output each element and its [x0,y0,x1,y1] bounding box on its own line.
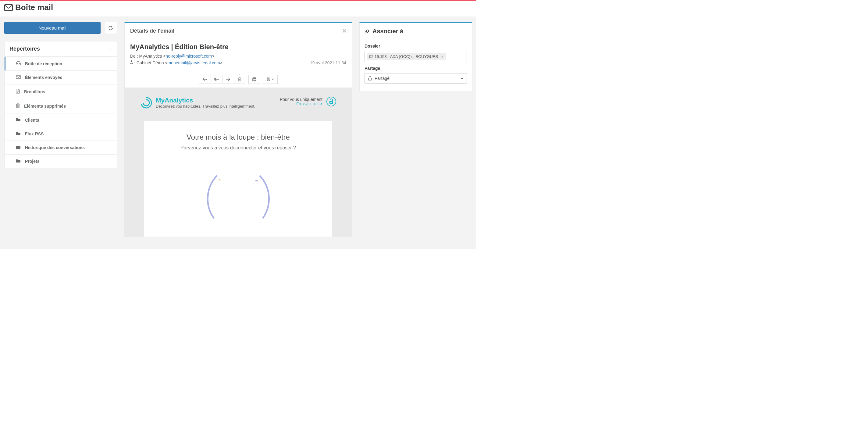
lock-badge-icon [326,96,337,107]
forward-icon [226,78,230,81]
email-from-row: De : MyAnalytics <no-reply@microsoft.com… [130,53,346,59]
sidebar-item-label: Flux RSS [25,131,43,136]
email-panel-title: Détails de l'email [130,28,174,34]
email-body: MyAnalytics Découvrez vos habitudes. Tra… [125,88,352,237]
card-title: Votre mois à la loupe : bien-être [153,133,323,142]
trash-icon [238,77,241,82]
delete-button[interactable] [234,75,245,84]
svg-point-6 [143,100,149,106]
unlock-icon [368,76,372,81]
learn-more-link[interactable]: En savoir plus > [280,102,322,106]
svg-point-5 [141,97,152,108]
from-email-link[interactable]: no-reply@microsoft.com [165,54,212,59]
save-icon [267,78,270,81]
associate-panel: Associer à Dossier 02.19.153 - AXA (GCC)… [359,22,472,91]
chip-remove-button[interactable]: × [441,54,443,59]
envelope-icon [4,4,13,11]
dossier-label: Dossier [365,43,467,49]
email-date: 19 avril 2021 11:34 [310,59,346,66]
sidebar-item-1[interactable]: Éléments envoyés [5,70,117,84]
sidebar-item-label: Brouillons [24,89,45,94]
reply-all-button[interactable] [211,75,222,84]
draft-icon [16,89,20,94]
sidebar-item-3[interactable]: Éléments supprimés [5,99,117,113]
for-you-only-text: Pour vous uniquement [280,97,322,102]
sidebar-item-7[interactable]: Projets [5,154,117,168]
email-subject: MyAnalytics | Édition Bien-être [130,43,346,51]
chevron-down-icon [461,77,464,80]
print-button[interactable] [248,75,260,84]
page-title: Boîte mail [0,1,476,17]
sidebar-item-6[interactable]: Historique des conversations [5,141,117,154]
print-icon [252,77,256,82]
forward-button[interactable] [222,75,234,84]
svg-rect-0 [5,5,12,11]
sidebar-item-0[interactable]: Boîte de réception [5,57,117,70]
sidebar-item-label: Éléments envoyés [25,75,62,80]
share-label: Partage [365,66,467,71]
sidebar-item-2[interactable]: Brouillons [5,84,117,99]
svg-rect-2 [253,78,255,79]
chevron-down-icon [272,78,274,80]
refresh-icon [108,26,113,30]
reply-icon [203,78,207,81]
trash-icon [16,103,20,109]
sidebar-item-label: Boîte de réception [25,61,62,66]
reply-all-icon [214,78,219,81]
folder-icon [16,145,21,150]
email-detail-panel: Détails de l'email MyAnalytics | Édition… [124,22,352,237]
inbox-icon [16,61,21,66]
card-wellbeing: Votre mois à la loupe : bien-être Parven… [144,121,332,237]
refresh-button[interactable] [104,22,117,34]
sidebar-item-5[interactable]: Flux RSS [5,127,117,141]
dossier-input[interactable]: 02.19.153 - AXA (GCC) c. BOUYGUES × [365,51,467,62]
compose-button[interactable]: Nouveau mail [4,22,100,34]
collapse-button[interactable]: − [108,46,112,52]
link-icon [365,29,370,34]
folders-panel-title: Répertoires [9,46,40,52]
sidebar-item-label: Clients [25,118,39,123]
sidebar-item-4[interactable]: Clients [5,113,117,127]
dossier-chip: 02.19.153 - AXA (GCC) c. BOUYGUES × [367,53,446,60]
folder-icon [16,131,21,136]
email-to-row: 19 avril 2021 11:34 À : Cabinet Démo <mo… [130,59,346,66]
sidebar-item-label: Projets [25,159,39,164]
close-button[interactable] [343,28,346,34]
wellbeing-arc-icon [199,157,278,224]
folder-icon [16,159,21,164]
page-title-text: Boîte mail [15,3,53,12]
folder-icon [16,118,21,123]
svg-rect-1 [16,75,21,79]
to-email-link[interactable]: monemail@jarvis-legal.com [167,60,220,65]
email-toolbar [125,71,352,88]
share-select[interactable]: Partagé [365,73,467,84]
sent-icon [16,75,21,80]
card-subtitle: Parvenez-vous à vous déconnecter et vous… [153,145,323,151]
svg-rect-9 [369,78,372,80]
folders-panel: Répertoires − Boîte de réceptionÉléments… [4,41,117,168]
associate-panel-title: Associer à [372,28,403,35]
reply-button[interactable] [199,75,211,84]
save-dropdown-button[interactable] [263,75,278,84]
brand-block: MyAnalytics Découvrez vos habitudes. Tra… [140,96,255,109]
sun-icon: ☀ [218,177,222,182]
sidebar-item-label: Éléments supprimés [24,104,66,109]
brand-logo-icon [140,96,153,109]
moon-icon: ☁ [254,177,258,182]
sidebar-item-label: Historique des conversations [25,145,85,150]
close-icon [343,29,346,33]
left-column: Nouveau mail Répertoires − Boîte de réce… [4,22,117,168]
